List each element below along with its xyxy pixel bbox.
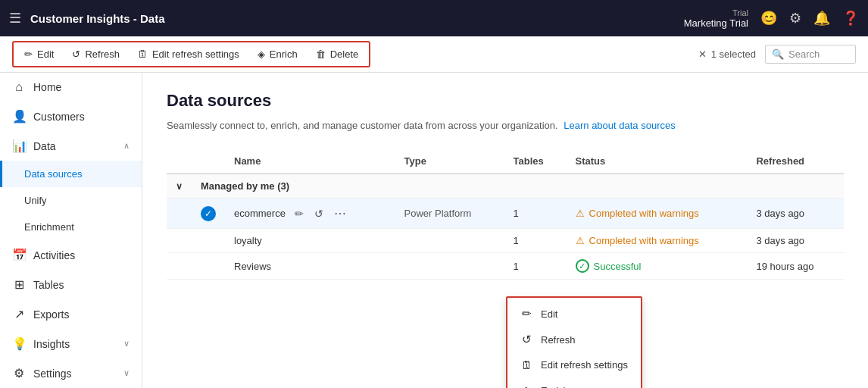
toolbar-highlighted-actions: ✏ Edit ↺ Refresh 🗓 Edit refresh settings… <box>12 41 370 67</box>
main-content: Data sources Seamlessly connect to, enri… <box>142 73 868 388</box>
context-enrich-icon: ◈ <box>520 383 533 388</box>
context-menu-item-edit[interactable]: ✏ Edit <box>507 301 641 327</box>
search-box[interactable]: 🔍 Search <box>765 45 856 64</box>
row-status-loyalty: ⚠ Completed with warnings <box>576 235 738 246</box>
sidebar-item-tables[interactable]: ⊞ Tables <box>0 270 142 299</box>
sidebar-item-data[interactable]: 📊 Data ∧ <box>0 131 142 161</box>
sidebar: ⌂ Home 👤 Customers 📊 Data ∧ Data sources… <box>0 73 142 388</box>
table-row: ✓ ecommerce ✏ ↺ ⋯ Power Platform <box>167 199 844 229</box>
sidebar-item-insights[interactable]: 💡 Insights ∨ <box>0 329 142 358</box>
edit-icon: ✏ <box>24 48 33 60</box>
sidebar-data-label: Data <box>33 140 56 152</box>
nav-icons: Trial Marketing Trial 😊 ⚙ 🔔 ❓ <box>684 8 859 29</box>
close-selection-icon[interactable]: ✕ <box>698 48 707 60</box>
insights-chevron-icon: ∨ <box>123 339 130 349</box>
context-menu-item-refresh[interactable]: ↺ Refresh <box>507 327 641 352</box>
context-menu-item-enrich[interactable]: ◈ Enrich <box>507 377 641 388</box>
sidebar-item-data-sources[interactable]: Data sources <box>0 161 142 187</box>
trial-info: Trial Marketing Trial <box>684 8 748 29</box>
sidebar-exports-label: Exports <box>33 308 69 321</box>
row-tables-ecommerce: 1 <box>504 199 567 229</box>
trial-name: Marketing Trial <box>684 17 748 29</box>
context-edit-icon: ✏ <box>520 307 533 321</box>
data-table: Name Type Tables Status Refreshed ∨ Mana… <box>167 149 844 280</box>
row-checkbox[interactable]: ✓ <box>201 206 216 221</box>
sidebar-activities-label: Activities <box>33 249 75 261</box>
delete-button[interactable]: 🗑 Delete <box>308 44 367 64</box>
sidebar-item-enrichment[interactable]: Enrichment <box>0 214 142 240</box>
col-name: Name <box>225 149 395 174</box>
profile-icon[interactable]: 😊 <box>760 10 777 27</box>
sidebar-item-unify[interactable]: Unify <box>0 187 142 214</box>
context-menu-item-edit-refresh[interactable]: 🗓 Edit refresh settings <box>507 352 641 377</box>
row-edit-button[interactable]: ✏ <box>292 206 307 221</box>
page-subtitle: Seamlessly connect to, enrich, and manag… <box>167 120 844 131</box>
settings-icon[interactable]: ⚙ <box>789 10 801 27</box>
exports-icon: ↗ <box>12 307 26 321</box>
sidebar-home-label: Home <box>33 81 61 93</box>
data-chevron-icon: ∧ <box>123 141 130 151</box>
refresh-button[interactable]: ↺ Refresh <box>64 44 127 64</box>
col-select <box>192 149 225 174</box>
edit-button[interactable]: ✏ Edit <box>17 44 61 64</box>
success-icon: ✓ <box>576 259 589 273</box>
warning-icon: ⚠ <box>576 208 585 219</box>
row-refresh-button[interactable]: ↺ <box>311 206 326 221</box>
top-nav: ☰ Customer Insights - Data Trial Marketi… <box>0 0 868 36</box>
row-status-reviews: ✓ Successful <box>576 259 738 273</box>
sidebar-tables-label: Tables <box>33 279 64 291</box>
page-title: Data sources <box>167 91 844 111</box>
group-label: Managed by me (3) <box>192 174 844 199</box>
insights-icon: 💡 <box>12 336 26 351</box>
refresh-icon: ↺ <box>72 48 80 60</box>
sidebar-item-activities[interactable]: 📅 Activities <box>0 240 142 270</box>
sidebar-data-sources-label: Data sources <box>24 168 83 180</box>
group-row: ∨ Managed by me (3) <box>167 174 844 199</box>
sidebar-item-customers[interactable]: 👤 Customers <box>0 102 142 131</box>
table-header: Name Type Tables Status Refreshed <box>167 149 844 174</box>
hamburger-icon[interactable]: ☰ <box>9 10 21 27</box>
col-expand <box>167 149 192 174</box>
learn-more-link[interactable]: Learn about data sources <box>564 120 675 131</box>
row-tables-loyalty: 1 <box>504 229 567 253</box>
context-menu: ✏ Edit ↺ Refresh 🗓 Edit refresh settings… <box>506 296 642 388</box>
col-tables: Tables <box>504 149 567 174</box>
toolbar: ✏ Edit ↺ Refresh 🗓 Edit refresh settings… <box>0 36 868 73</box>
sidebar-item-settings[interactable]: ⚙ Settings ∨ <box>0 358 142 388</box>
row-type-reviews <box>395 253 504 280</box>
sidebar-customers-label: Customers <box>33 111 85 123</box>
row-refreshed-loyalty: 3 days ago <box>747 229 844 253</box>
activities-icon: 📅 <box>12 248 26 262</box>
enrich-button[interactable]: ◈ Enrich <box>250 44 305 64</box>
col-type: Type <box>395 149 504 174</box>
row-name-loyalty: loyalty <box>234 235 262 246</box>
row-refreshed-reviews: 19 hours ago <box>747 253 844 280</box>
row-status-ecommerce: ⚠ Completed with warnings <box>576 208 738 219</box>
row-more-button[interactable]: ⋯ <box>331 205 349 222</box>
context-refresh-icon: ↺ <box>520 333 533 346</box>
notification-icon[interactable]: 🔔 <box>813 10 830 27</box>
settings-nav-icon: ⚙ <box>12 366 26 380</box>
settings-chevron-icon: ∨ <box>123 368 130 378</box>
sidebar-item-home[interactable]: ⌂ Home <box>0 73 142 102</box>
col-status: Status <box>567 149 748 174</box>
row-tables-reviews: 1 <box>504 253 567 280</box>
group-chevron-icon[interactable]: ∨ <box>176 181 183 192</box>
row-actions: ✏ ↺ ⋯ <box>292 205 349 222</box>
delete-icon: 🗑 <box>316 48 326 60</box>
sidebar-enrichment-label: Enrichment <box>24 221 74 233</box>
edit-refresh-icon: 🗓 <box>138 48 148 60</box>
toolbar-right: ✕ 1 selected 🔍 Search <box>698 45 856 64</box>
context-edit-refresh-icon: 🗓 <box>520 358 533 371</box>
edit-refresh-button[interactable]: 🗓 Edit refresh settings <box>130 44 247 64</box>
row-name-ecommerce: ecommerce <box>234 208 286 219</box>
sidebar-item-exports[interactable]: ↗ Exports <box>0 299 142 329</box>
col-refreshed: Refreshed <box>747 149 844 174</box>
search-icon: 🔍 <box>772 48 784 60</box>
enrich-icon: ◈ <box>258 48 265 60</box>
sidebar-settings-label: Settings <box>33 368 72 380</box>
help-icon[interactable]: ❓ <box>842 10 859 27</box>
data-icon: 📊 <box>12 139 26 153</box>
home-icon: ⌂ <box>12 80 26 94</box>
row-refreshed-ecommerce: 3 days ago <box>747 199 844 229</box>
